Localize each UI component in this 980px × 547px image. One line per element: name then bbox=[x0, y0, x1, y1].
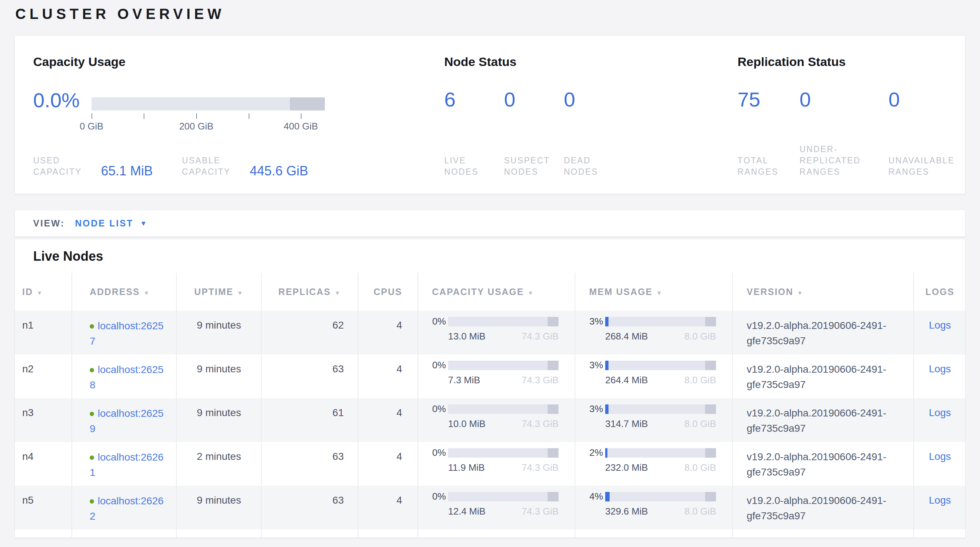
unavailable-ranges-label: UNAVAILABLE RANGES bbox=[888, 155, 965, 178]
node-capacity-usage-cell: 0% 13.0 MiB74.3 GiB bbox=[418, 311, 575, 355]
sort-icon: ▼ bbox=[528, 290, 534, 296]
column-header-logs: LOGS bbox=[914, 273, 966, 311]
live-nodes-label: LIVE NODES bbox=[444, 155, 504, 178]
capacity-usage-panel: Capacity Usage 0.0% 0 GiB 200 GiB bbox=[33, 55, 444, 178]
mem-used: 329.6 MiB bbox=[605, 506, 648, 517]
node-logs-cell: Logs bbox=[914, 486, 966, 530]
node-cpus: 4 bbox=[358, 442, 418, 486]
node-address-cell: localhost:26258 bbox=[72, 355, 177, 398]
node-mem-usage-cell: 4% 329.6 MiB8.0 GiB bbox=[575, 486, 732, 530]
mem-total: 8.0 GiB bbox=[684, 331, 716, 342]
logs-link[interactable]: Logs bbox=[929, 363, 951, 375]
node-uptime: 9 minutes bbox=[177, 398, 261, 442]
live-status-dot bbox=[90, 368, 94, 372]
capacity-pct: 0% bbox=[425, 359, 446, 371]
node-replicas: 63 bbox=[261, 486, 358, 530]
node-capacity-usage-cell: 0% 7.3 MiB74.3 GiB bbox=[418, 355, 575, 398]
node-address-link[interactable]: localhost:26262 bbox=[90, 495, 164, 522]
mem-pct: 3% bbox=[582, 403, 603, 415]
mem-used: 314.7 MiB bbox=[605, 418, 648, 429]
column-header-replicas[interactable]: REPLICAS▼ bbox=[261, 273, 358, 311]
column-header-id[interactable]: ID▼ bbox=[15, 273, 72, 311]
suspect-nodes-value: 0 bbox=[504, 89, 564, 110]
cluster-summary-card: Capacity Usage 0.0% 0 GiB 200 GiB bbox=[14, 35, 966, 194]
node-version: v19.2.0-alpha.20190606-2491-gfe735c9a97 bbox=[732, 398, 914, 442]
live-nodes-card: Live Nodes ID▼ ADDRESS▼ UPTIME▼ REPLICAS… bbox=[14, 239, 966, 538]
live-status-dot bbox=[90, 412, 94, 416]
node-address-link[interactable]: localhost:26258 bbox=[90, 364, 164, 391]
node-uptime: 9 minutes bbox=[177, 311, 261, 355]
column-header-version[interactable]: VERSION▼ bbox=[732, 273, 914, 311]
capacity-total: 74.3 GiB bbox=[522, 506, 558, 517]
mem-usage-bar bbox=[605, 448, 716, 458]
capacity-used: 7.3 MiB bbox=[448, 375, 480, 386]
capacity-total: 74.3 GiB bbox=[522, 375, 558, 386]
capacity-usage-bar bbox=[448, 361, 558, 370]
mem-pct: 4% bbox=[582, 491, 603, 502]
node-id: n3 bbox=[15, 398, 72, 442]
node-id: n4 bbox=[15, 442, 72, 486]
total-ranges-label: TOTAL RANGES bbox=[738, 155, 800, 178]
mem-used: 232.0 MiB bbox=[605, 462, 648, 473]
suspect-nodes-label: SUSPECT NODES bbox=[504, 155, 564, 178]
node-id: n5 bbox=[15, 486, 72, 530]
node-id: n1 bbox=[15, 311, 72, 355]
node-address-link[interactable]: localhost:26259 bbox=[90, 408, 164, 434]
capacity-used: 10.0 MiB bbox=[448, 418, 485, 429]
mem-usage-bar bbox=[605, 404, 716, 414]
mem-total: 8.0 GiB bbox=[684, 418, 716, 429]
node-address-cell: localhost:26259 bbox=[72, 398, 177, 442]
node-address-link[interactable]: localhost:26261 bbox=[90, 452, 164, 478]
node-status-title: Node Status bbox=[444, 55, 738, 69]
view-selector-dropdown[interactable]: NODE LIST ▼ bbox=[75, 218, 148, 229]
unavailable-ranges-value: 0 bbox=[888, 89, 965, 110]
column-header-mem-usage[interactable]: MEM USAGE▼ bbox=[575, 273, 732, 311]
column-header-capacity-usage[interactable]: CAPACITY USAGE▼ bbox=[418, 273, 575, 311]
suspect-nodes-stat: 0 SUSPECT NODES bbox=[504, 89, 564, 178]
logs-link[interactable]: Logs bbox=[929, 320, 951, 331]
live-status-dot bbox=[90, 455, 94, 460]
dead-nodes-value: 0 bbox=[564, 89, 624, 110]
node-uptime: 9 minutes bbox=[177, 355, 261, 398]
view-label: VIEW: bbox=[33, 218, 65, 229]
column-header-uptime[interactable]: UPTIME▼ bbox=[177, 273, 261, 311]
logs-link[interactable]: Logs bbox=[929, 451, 951, 462]
logs-link[interactable]: Logs bbox=[929, 407, 951, 418]
node-address-link[interactable]: localhost:26257 bbox=[90, 320, 164, 347]
mem-total: 8.0 GiB bbox=[684, 462, 716, 473]
used-capacity-label: USED CAPACITY bbox=[33, 155, 96, 178]
logs-link[interactable]: Logs bbox=[929, 495, 951, 506]
table-row-partial bbox=[15, 530, 966, 538]
mem-usage-bar bbox=[605, 361, 716, 370]
unavailable-ranges-stat: 0 UNAVAILABLE RANGES bbox=[888, 89, 965, 178]
used-capacity-value: 65.1 MiB bbox=[101, 164, 153, 178]
table-row: n5 localhost:26262 9 minutes 63 4 0% 12.… bbox=[15, 486, 966, 530]
live-status-dot bbox=[90, 324, 94, 329]
capacity-total: 74.3 GiB bbox=[522, 418, 558, 429]
node-status-stats: 6 LIVE NODES 0 SUSPECT NODES 0 DEAD NODE… bbox=[444, 89, 738, 178]
mem-used: 264.4 MiB bbox=[605, 375, 648, 386]
mem-usage-bar bbox=[605, 492, 716, 501]
table-row: n2 localhost:26258 9 minutes 63 4 0% 7.3… bbox=[15, 355, 966, 398]
node-logs-cell: Logs bbox=[914, 398, 966, 442]
live-status-dot bbox=[90, 499, 94, 504]
node-version: v19.2.0-alpha.20190606-2491-gfe735c9a97 bbox=[732, 311, 914, 355]
column-header-address[interactable]: ADDRESS▼ bbox=[72, 273, 177, 311]
node-uptime: 9 minutes bbox=[177, 486, 261, 530]
total-ranges-stat: 75 TOTAL RANGES bbox=[738, 89, 800, 178]
capacity-usage-bar bbox=[448, 448, 558, 458]
node-version: v19.2.0-alpha.20190606-2491-gfe735c9a97 bbox=[732, 355, 914, 398]
live-nodes-value: 6 bbox=[444, 89, 504, 110]
capacity-pct: 0% bbox=[425, 403, 446, 415]
replication-stats: 75 TOTAL RANGES 0 UNDER-REPLICATED RANGE… bbox=[738, 89, 965, 178]
node-replicas: 62 bbox=[261, 311, 358, 355]
node-cpus: 4 bbox=[358, 486, 418, 530]
node-logs-cell: Logs bbox=[914, 442, 966, 486]
usable-capacity-label: USABLE CAPACITY bbox=[182, 155, 245, 178]
capacity-axis-ticks bbox=[92, 110, 325, 119]
node-cpus: 4 bbox=[358, 311, 418, 355]
node-mem-usage-cell: 3% 264.4 MiB8.0 GiB bbox=[575, 355, 732, 398]
replication-status-panel: Replication Status 75 TOTAL RANGES 0 UND… bbox=[738, 55, 965, 178]
under-replicated-label: UNDER-REPLICATED RANGES bbox=[800, 144, 888, 178]
capacity-pct: 0% bbox=[425, 316, 446, 327]
